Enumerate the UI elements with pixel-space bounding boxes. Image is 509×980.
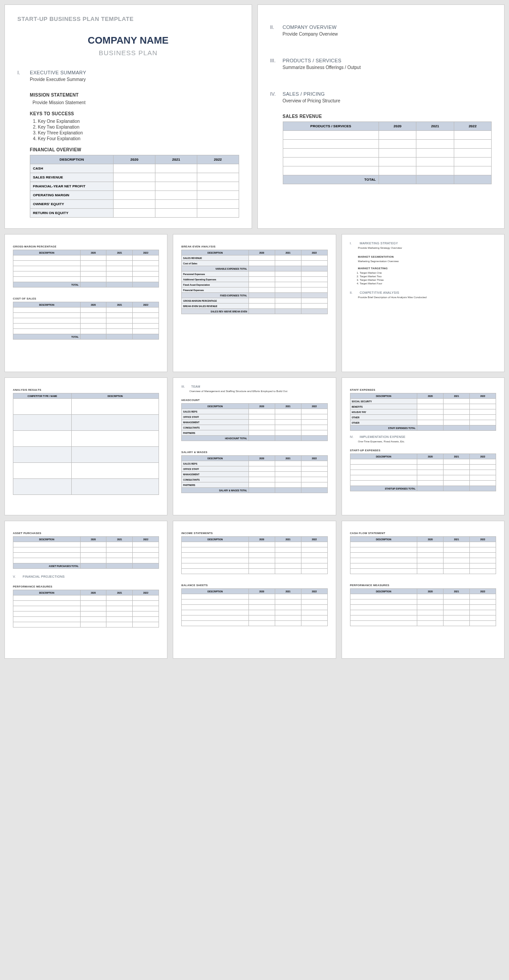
asset-purchases-table: DESCRIPTION202020212022 ASSET PURCHASES … [13, 536, 159, 569]
startup-expenses-table: DESCRIPTION202020212022 STARTUP EXPENSES… [350, 454, 496, 491]
sec-body: Provide Executive Summary [30, 77, 239, 82]
headcount-table: DESCRIPTION202020212022 SALES REPS OFFIC… [181, 403, 327, 441]
list-item: Key One Explanation [38, 119, 239, 124]
gmp-table: DESCRIPTION202020212022 TOTAL [13, 250, 159, 288]
list-item: Key Three Explanation [38, 130, 239, 135]
list-item: Key Two Explanation [38, 125, 239, 130]
performance-measures-table: DESCRIPTION202020212022 [13, 590, 159, 628]
page-9: ASSET PURCHASES DESCRIPTION202020212022 … [4, 521, 167, 659]
page-3: GROSS-MARGIN PERCENTAGE DESCRIPTION20202… [4, 234, 167, 372]
page-11: CASH FLOW STATEMENT DESCRIPTION202020212… [342, 521, 505, 659]
sec-num: I. [17, 70, 25, 75]
page-6: ANALYSIS RESULTS COMPETITOR TYPE / NAMED… [4, 377, 167, 515]
page-1: START-UP BUSINESS PLAN TEMPLATE COMPANY … [4, 4, 252, 229]
bea-table: DESCRIPTION202020212022 SALES REVENUE Co… [181, 250, 327, 314]
analysis-results-table: COMPETITOR TYPE / NAMEDESCRIPTION [13, 393, 159, 495]
salary-wages-table: DESCRIPTION202020212022 SALES REPS OFFIC… [181, 455, 327, 493]
target-list: Target Market One Target Market Two Targ… [360, 271, 496, 285]
performance-measures-2-table: DESCRIPTION202020212022 [350, 588, 496, 626]
page-4: BREAK-EVEN ANALYSIS DESCRIPTION202020212… [173, 234, 336, 372]
subhead-fin: FINANCIAL OVERVIEW [30, 147, 239, 152]
balance-sheets-table: DESCRIPTION202020212022 [181, 588, 327, 626]
page-10: INCOME STATEMENTS DESCRIPTION20202021202… [173, 521, 336, 659]
keys-list: Key One Explanation Key Two Explanation … [38, 119, 239, 141]
page-7: III.TEAM Overview of Management and Staf… [173, 377, 336, 515]
page-2: II.COMPANY OVERVIEW Provide Company Over… [257, 4, 505, 229]
sec-title: EXECUTIVE SUMMARY [30, 70, 86, 75]
subhead-mission: MISSION STATEMENT [30, 93, 239, 97]
page-8: STAFF EXPENSES DESCRIPTION202020212022 S… [342, 377, 505, 515]
staff-expenses-table: DESCRIPTION202020212022 SOCIAL SECURITY … [350, 393, 496, 431]
subtitle: BUSINESS PLAN [17, 49, 239, 57]
doc-title: START-UP BUSINESS PLAN TEMPLATE [17, 16, 239, 22]
subhead-sales-rev: SALES REVENUE [283, 114, 492, 119]
page-5: I.MARKETING STRATEGY Provide Marketing S… [342, 234, 505, 372]
list-item: Key Four Explanation [38, 136, 239, 141]
cash-flow-table: DESCRIPTION202020212022 [350, 536, 496, 574]
sales-revenue-table: PRODUCTS / SERVICES202020212022 TOTAL [283, 121, 492, 184]
income-statements-table: DESCRIPTION202020212022 [181, 536, 327, 574]
cos-table: DESCRIPTION202020212022 TOTAL [13, 302, 159, 340]
subhead-keys: KEYS TO SUCCESS [30, 111, 239, 116]
financial-overview-table: DESCRIPTION202020212022 CASH SALES REVEN… [30, 155, 239, 218]
company-name: COMPANY NAME [17, 35, 239, 46]
subbody: Provide Mission Statement [33, 100, 239, 105]
